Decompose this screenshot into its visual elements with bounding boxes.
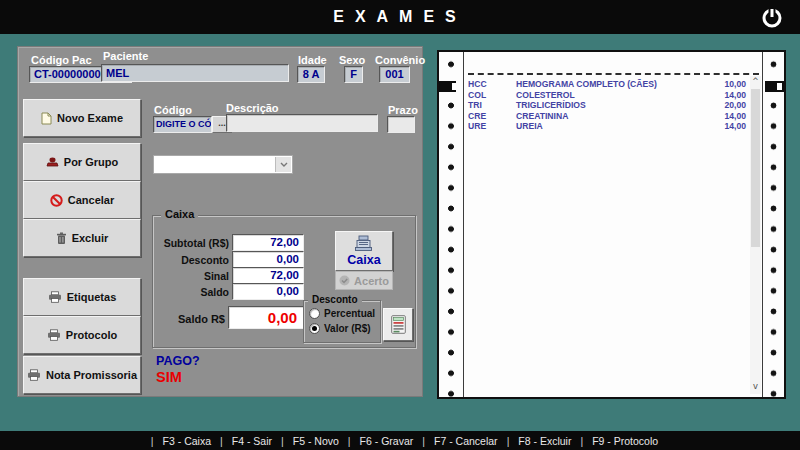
subtotal-label: Subtotal (R$)	[157, 237, 229, 249]
protocolo-button[interactable]: Protocolo	[23, 316, 141, 354]
pago-value: SIM	[156, 369, 182, 385]
tractor-feed-left	[439, 52, 464, 397]
idade-field[interactable]: 8 A	[297, 66, 325, 83]
saldo-rs-field[interactable]: 0,00	[228, 306, 304, 329]
chevron-down-icon	[275, 157, 291, 172]
exam-row[interactable]: CRECREATININA14,00	[468, 111, 746, 122]
exam-printout-panel: HCCHEMOGRAMA COMPLETO (CÃES)10,00COLCOLE…	[437, 50, 786, 399]
function-key-hint: F8 - Excluir	[518, 435, 571, 447]
desconto-group-label: Desconto	[308, 294, 362, 305]
exam-row[interactable]: UREUREIA14,00	[468, 121, 746, 132]
exames-window: EXAMES Código Pac CT-0000000001 Paciente…	[0, 0, 800, 450]
exam-list-scrollbar[interactable]: ^ v	[750, 76, 761, 394]
function-key-hint: F5 - Novo	[293, 435, 339, 447]
excluir-button[interactable]: Excluir	[23, 219, 141, 257]
radio-valor[interactable]: Valor (R$)	[309, 323, 371, 334]
desconto-field[interactable]: 0,00	[232, 251, 304, 268]
codigo-input[interactable]: DIGITE O CÓD	[153, 116, 212, 133]
exam-row[interactable]: HCCHEMOGRAMA COMPLETO (CÃES)10,00	[468, 79, 746, 90]
function-key-bar: |F3 - Caixa|F4 - Sair|F5 - Novo|F6 - Gra…	[0, 431, 800, 450]
printer-icon	[47, 329, 61, 341]
scroll-down-icon[interactable]: v	[750, 382, 761, 393]
scrollbar-thumb[interactable]	[751, 89, 760, 247]
title-bar: EXAMES	[0, 0, 800, 34]
caixa-group-label: Caixa	[161, 208, 198, 220]
nota-promissoria-button[interactable]: Nota Promissoria	[23, 356, 141, 394]
exam-form-panel: Código Pac CT-0000000001 Paciente MEL Id…	[17, 46, 423, 397]
radio-percentual[interactable]: Percentual	[309, 308, 375, 319]
function-key-hint: F9 - Protocolo	[592, 435, 658, 447]
scroll-up-icon[interactable]: ^	[750, 77, 761, 88]
tractor-feed-right	[762, 52, 784, 397]
new-document-icon	[41, 112, 52, 125]
paciente-label: Paciente	[103, 50, 148, 62]
caixa-button[interactable]: Caixa	[335, 231, 393, 271]
sinal-label: Sinal	[157, 270, 229, 282]
radio-icon	[309, 323, 320, 334]
saldo-rs-label: Saldo R$	[153, 313, 225, 325]
cash-register-icon	[354, 235, 374, 252]
printer-icon	[27, 369, 41, 381]
exam-list: HCCHEMOGRAMA COMPLETO (CÃES)10,00COLCOLE…	[468, 79, 746, 132]
exam-row[interactable]: TRITRIGLICERÍDIOS20,00	[468, 100, 746, 111]
power-icon[interactable]	[760, 5, 784, 29]
sexo-field[interactable]: F	[344, 66, 363, 83]
function-key-hint: F4 - Sair	[232, 435, 272, 447]
paper-clamp-notch	[452, 83, 456, 90]
prazo-input[interactable]	[387, 116, 415, 133]
descricao-input[interactable]	[226, 114, 378, 132]
cancelar-button[interactable]: Cancelar	[23, 181, 141, 219]
saldo-label: Saldo	[157, 286, 229, 298]
saldo-field[interactable]: 0,00	[232, 283, 304, 300]
check-circle-icon	[339, 275, 350, 286]
sexo-label: Sexo	[339, 54, 365, 66]
cancel-icon	[50, 194, 63, 207]
grupo-dropdown[interactable]	[153, 155, 293, 174]
idade-label: Idade	[298, 54, 327, 66]
function-key-hint: F7 - Cancelar	[434, 435, 498, 447]
printer-icon	[48, 291, 62, 303]
sinal-field[interactable]: 72,00	[232, 267, 304, 284]
function-key-hint: F3 - Caixa	[163, 435, 211, 447]
caixa-groupbox: Caixa Subtotal (R$) 72,00 Desconto 0,00 …	[152, 215, 416, 348]
paciente-field[interactable]: MEL	[101, 64, 289, 82]
page-title: EXAMES	[0, 0, 800, 34]
calculator-icon	[391, 315, 406, 334]
convenio-label: Convênio	[375, 54, 425, 66]
perforation-dash-line	[468, 73, 759, 75]
novo-exame-button[interactable]: Novo Exame	[23, 99, 141, 137]
exam-row[interactable]: COLCOLESTEROL14,00	[468, 90, 746, 101]
acerto-button[interactable]: Acerto	[335, 271, 393, 290]
descricao-label: Descrição	[226, 102, 279, 114]
prazo-label: Prazo	[388, 104, 418, 116]
etiquetas-button[interactable]: Etiquetas	[23, 278, 141, 316]
pago-label: PAGO?	[156, 354, 200, 368]
codigo-label: Código	[154, 104, 192, 116]
desconto-label: Desconto	[157, 254, 229, 266]
group-stamp-icon	[46, 157, 59, 168]
function-key-hint: F6 - Gravar	[360, 435, 414, 447]
subtotal-field[interactable]: 72,00	[232, 234, 304, 251]
desconto-groupbox: Desconto Percentual Valor (R$)	[303, 300, 381, 343]
trash-icon	[56, 232, 67, 245]
convenio-field[interactable]: 001	[379, 66, 410, 83]
paper-clamp-notch	[777, 83, 782, 90]
por-grupo-button[interactable]: Por Grupo	[23, 143, 141, 181]
calculator-button[interactable]	[383, 308, 413, 341]
radio-icon	[309, 308, 320, 319]
codigo-pac-label: Código Pac	[31, 54, 92, 66]
